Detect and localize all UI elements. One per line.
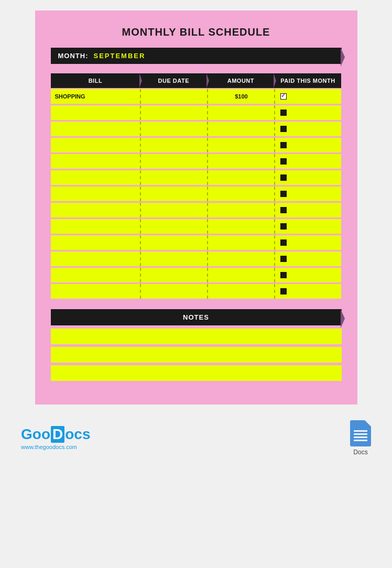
amount-cell[interactable]	[207, 203, 274, 217]
footer: GooDocs www.thegoodocs.com Docs	[0, 410, 392, 466]
bill-cell[interactable]	[51, 284, 140, 299]
due-date-cell[interactable]	[140, 187, 207, 201]
table-row	[51, 203, 342, 217]
amount-cell[interactable]	[207, 252, 274, 266]
col-due-header: DUE DATE	[140, 73, 207, 88]
amount-cell[interactable]	[207, 170, 274, 185]
paid-checkbox[interactable]	[280, 207, 287, 213]
paid-checkbox[interactable]	[280, 239, 287, 246]
month-label: MONTH:	[58, 52, 89, 60]
docs-icon: Docs	[350, 420, 371, 456]
paid-cell[interactable]	[274, 252, 341, 266]
bill-cell[interactable]	[51, 252, 140, 266]
note-line-2[interactable]	[51, 347, 342, 363]
due-date-cell[interactable]	[140, 89, 207, 104]
table-row	[51, 138, 342, 152]
col-paid-header: PAID THIS MONTH	[274, 73, 341, 88]
paid-checkbox[interactable]	[280, 93, 287, 100]
paid-cell[interactable]	[274, 122, 341, 136]
amount-cell[interactable]	[207, 235, 274, 250]
paid-cell[interactable]	[274, 235, 341, 250]
table-row	[51, 252, 342, 266]
bill-cell[interactable]	[51, 268, 140, 282]
bill-cell[interactable]	[51, 154, 140, 169]
amount-cell[interactable]: $100	[207, 89, 274, 104]
due-date-cell[interactable]	[140, 105, 207, 120]
paid-checkbox[interactable]	[280, 288, 287, 294]
logo-d: D	[51, 426, 64, 443]
paid-checkbox[interactable]	[280, 174, 287, 181]
paid-cell[interactable]	[274, 187, 341, 201]
docs-file-shape	[350, 420, 371, 446]
paid-checkbox[interactable]	[280, 191, 287, 197]
paid-cell[interactable]	[274, 203, 341, 217]
logo-section: GooDocs www.thegoodocs.com	[21, 426, 90, 450]
due-date-cell[interactable]	[140, 235, 207, 250]
bill-cell[interactable]: SHOPPING	[51, 89, 140, 104]
docs-file-lines	[354, 430, 367, 441]
month-value: SEPTEMBER	[94, 52, 146, 60]
paid-checkbox[interactable]	[280, 126, 287, 132]
amount-cell[interactable]	[207, 284, 274, 299]
document: MONTHLY BILL SCHEDULE MONTH: SEPTEMBER B…	[35, 10, 357, 405]
paid-checkbox[interactable]	[280, 223, 287, 230]
table-row	[51, 235, 342, 250]
table-row	[51, 187, 342, 201]
docs-file-line-2	[354, 433, 367, 435]
table-row	[51, 170, 342, 185]
table-row	[51, 122, 342, 136]
amount-cell[interactable]	[207, 122, 274, 136]
paid-checkbox[interactable]	[280, 142, 287, 148]
due-date-cell[interactable]	[140, 170, 207, 185]
amount-cell[interactable]	[207, 187, 274, 201]
table-row	[51, 219, 342, 234]
bill-cell[interactable]	[51, 105, 140, 120]
paid-cell[interactable]	[274, 219, 341, 234]
doc-title: MONTHLY BILL SCHEDULE	[51, 26, 342, 38]
due-date-cell[interactable]	[140, 203, 207, 217]
bill-cell[interactable]	[51, 170, 140, 185]
amount-cell[interactable]	[207, 219, 274, 234]
table-row: SHOPPING$100	[51, 89, 342, 104]
note-line-3[interactable]	[51, 365, 342, 381]
docs-label: Docs	[353, 449, 367, 456]
amount-cell[interactable]	[207, 105, 274, 120]
table-rows: SHOPPING$100	[51, 89, 342, 299]
due-date-cell[interactable]	[140, 284, 207, 299]
paid-cell[interactable]	[274, 138, 341, 152]
paid-cell[interactable]	[274, 170, 341, 185]
paid-cell[interactable]	[274, 105, 341, 120]
paid-cell[interactable]	[274, 89, 341, 104]
bill-cell[interactable]	[51, 138, 140, 152]
bill-cell[interactable]	[51, 219, 140, 234]
bill-cell[interactable]	[51, 187, 140, 201]
table-row	[51, 154, 342, 169]
table-row	[51, 268, 342, 282]
paid-cell[interactable]	[274, 154, 341, 169]
due-date-cell[interactable]	[140, 138, 207, 152]
note-line-1[interactable]	[51, 329, 342, 344]
due-date-cell[interactable]	[140, 252, 207, 266]
paid-checkbox[interactable]	[280, 272, 287, 278]
table-header: BILL DUE DATE AMOUNT PAID THIS MONTH	[51, 73, 342, 88]
amount-cell[interactable]	[207, 154, 274, 169]
due-date-cell[interactable]	[140, 122, 207, 136]
logo-text: GooDocs	[21, 426, 90, 443]
paid-checkbox[interactable]	[280, 110, 287, 116]
paid-checkbox[interactable]	[280, 256, 287, 262]
bill-cell[interactable]	[51, 122, 140, 136]
amount-cell[interactable]	[207, 138, 274, 152]
docs-file-line-1	[354, 430, 367, 432]
paid-cell[interactable]	[274, 268, 341, 282]
amount-cell[interactable]	[207, 268, 274, 282]
paid-checkbox[interactable]	[280, 158, 287, 165]
due-date-cell[interactable]	[140, 154, 207, 169]
bill-cell[interactable]	[51, 203, 140, 217]
bill-cell[interactable]	[51, 235, 140, 250]
col-bill-header: BILL	[51, 73, 140, 88]
due-date-cell[interactable]	[140, 268, 207, 282]
docs-file-line-3	[354, 436, 367, 438]
due-date-cell[interactable]	[140, 219, 207, 234]
bill-table: BILL DUE DATE AMOUNT PAID THIS MONTH SHO…	[51, 73, 342, 299]
paid-cell[interactable]	[274, 284, 341, 299]
